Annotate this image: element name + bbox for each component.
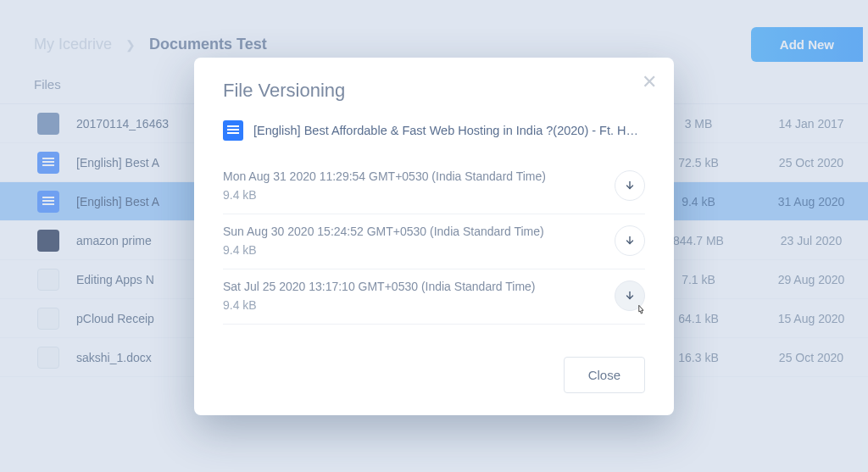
document-file-icon (223, 120, 243, 141)
download-icon (624, 290, 636, 302)
download-icon (624, 235, 636, 247)
download-icon (624, 180, 636, 192)
modal-file-header: [English] Best Affordable & Fast Web Hos… (223, 120, 645, 141)
version-timestamp: Sat Jul 25 2020 13:17:10 GMT+0530 (India… (223, 280, 603, 293)
version-info: Sun Aug 30 2020 15:24:52 GMT+0530 (India… (223, 225, 603, 257)
version-row: Sun Aug 30 2020 15:24:52 GMT+0530 (India… (223, 214, 645, 269)
version-info: Mon Aug 31 2020 11:29:54 GMT+0530 (India… (223, 169, 603, 202)
download-version-button[interactable] (615, 170, 645, 201)
modal-title: File Versioning (223, 80, 645, 102)
version-size: 9.4 kB (223, 243, 603, 257)
download-version-button[interactable] (615, 225, 645, 256)
version-timestamp: Mon Aug 31 2020 11:29:54 GMT+0530 (India… (223, 169, 603, 183)
version-row: Mon Aug 31 2020 11:29:54 GMT+0530 (India… (223, 159, 645, 214)
modal-actions: Close (223, 357, 645, 393)
close-button[interactable]: Close (564, 357, 645, 393)
file-versioning-modal: ✕ File Versioning [English] Best Afforda… (194, 58, 674, 415)
download-version-button[interactable] (615, 280, 645, 311)
modal-file-name: [English] Best Affordable & Fast Web Hos… (253, 124, 645, 137)
modal-overlay[interactable]: ✕ File Versioning [English] Best Afforda… (0, 0, 868, 472)
close-icon[interactable]: ✕ (642, 73, 657, 92)
version-row: Sat Jul 25 2020 13:17:10 GMT+0530 (India… (223, 269, 645, 325)
version-info: Sat Jul 25 2020 13:17:10 GMT+0530 (India… (223, 280, 603, 312)
version-size: 9.4 kB (223, 298, 603, 312)
version-size: 9.4 kB (223, 188, 603, 202)
version-timestamp: Sun Aug 30 2020 15:24:52 GMT+0530 (India… (223, 225, 603, 238)
